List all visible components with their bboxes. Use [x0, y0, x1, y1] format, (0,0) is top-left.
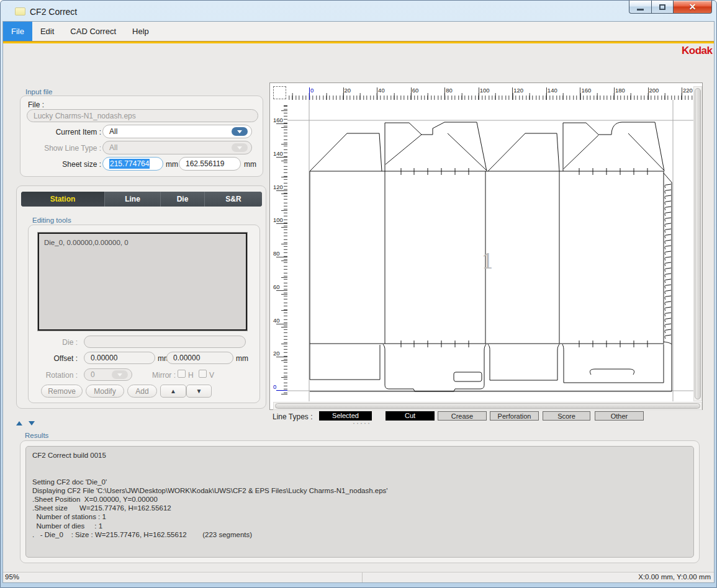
tab-station[interactable]: Station [21, 192, 105, 207]
hruler-label: 160 [581, 87, 591, 94]
app-body: FileEditCAD CorrectHelp Kodak Input file… [2, 21, 715, 583]
cad-viewer-panel: 020406080100120140160180200220 160140120… [269, 82, 703, 410]
rotation-dropdown[interactable]: 0 [84, 368, 132, 381]
close-button[interactable]: ✕ [673, 1, 712, 14]
hruler-label: 80 [446, 87, 453, 94]
title-bar[interactable]: CF2 Correct ✕ [1, 1, 716, 21]
results-group: CF2 Correct build 0015 Setting CF2 doc '… [20, 440, 700, 563]
vruler-tick [276, 390, 287, 391]
results-section-label: Results [25, 432, 48, 439]
hruler-label: 100 [480, 87, 490, 94]
vruler-label: 0 [273, 383, 276, 390]
chevron-down-icon[interactable] [232, 127, 248, 136]
mirror-label: Mirror : [152, 371, 176, 380]
line-type-perforation[interactable]: Perforation [490, 411, 539, 421]
hruler-label: 0 [310, 87, 313, 94]
line-type-crease[interactable]: Crease [438, 411, 487, 421]
modify-button[interactable]: Modify [86, 385, 124, 398]
tab-line[interactable]: Line [105, 192, 161, 207]
show-line-type-value: All [109, 143, 117, 152]
hruler-tick [377, 87, 377, 100]
app-window: CF2 Correct ✕ FileEditCAD CorrectHelp Ko… [0, 0, 717, 588]
station-listbox[interactable]: Die_0, 0.00000,0.00000, 0 [38, 233, 247, 331]
offset-y-field[interactable]: 0.00000 [166, 352, 233, 364]
hruler-label: 220 [683, 87, 693, 94]
die-drawing-canvas[interactable]: 1 [287, 100, 693, 401]
vruler-tick [276, 324, 287, 324]
editing-tools-section-label: Editing tools [32, 216, 71, 224]
tab-s-r[interactable]: S&R [205, 192, 262, 207]
horizontal-scrollbar-thumb[interactable] [275, 403, 700, 409]
horizontal-ruler: 020406080100120140160180200220 [287, 86, 693, 100]
menu-item-cad-correct[interactable]: CAD Correct [62, 22, 124, 41]
minimize-button[interactable] [629, 1, 652, 14]
vruler-tick [276, 190, 287, 191]
menu-item-help[interactable]: Help [124, 22, 157, 41]
sheet-width-unit: mm [166, 160, 178, 169]
vruler-label: 80 [273, 250, 280, 257]
vruler-tick [276, 357, 287, 357]
results-log-text: CF2 Correct build 0015 Setting CF2 doc '… [26, 447, 693, 543]
hruler-label: 140 [548, 87, 557, 94]
add-button[interactable]: Add [127, 385, 157, 398]
current-item-dropdown[interactable]: All [102, 125, 252, 138]
mirror-v-checkbox[interactable] [199, 370, 207, 378]
vruler-tick [276, 157, 287, 158]
hruler-label: 180 [615, 87, 625, 94]
collapse-up-icon[interactable] [16, 421, 22, 425]
hruler-label: 40 [378, 87, 385, 94]
menu-bar: FileEditCAD CorrectHelp [3, 22, 714, 41]
kodak-logo: Kodak [682, 45, 712, 57]
sheet-width-field[interactable]: 215.774764 [102, 157, 163, 171]
vruler-tick [276, 257, 287, 257]
main-area: Kodak Input file File : Lucky Charms-N1_… [3, 43, 714, 572]
input-file-section-label: Input file [25, 88, 52, 96]
tool-tabs: StationLineDieS&R [21, 192, 262, 207]
mirror-h-label: H [188, 371, 194, 380]
remove-button[interactable]: Remove [41, 385, 83, 398]
move-up-button[interactable]: ▲ [160, 385, 186, 398]
show-line-type-label: Show Line Type : [33, 144, 101, 153]
results-log[interactable]: CF2 Correct build 0015 Setting CF2 doc '… [25, 446, 694, 558]
vertical-ruler: 160140120100806040200 [273, 100, 287, 401]
file-name-value: Lucky Charms-N1_nodash.eps [34, 112, 136, 120]
menu-item-edit[interactable]: Edit [32, 22, 62, 41]
menu-item-file[interactable]: File [3, 22, 32, 41]
vruler-label: 140 [273, 150, 283, 157]
current-item-value: All [109, 127, 117, 136]
file-name-field[interactable]: Lucky Charms-N1_nodash.eps [27, 109, 258, 122]
offset-x-field[interactable]: 0.00000 [84, 352, 155, 364]
editing-tools-group: Die_0, 0.00000,0.00000, 0 Die : Offset :… [28, 225, 260, 403]
offset-x-value: 0.00000 [91, 354, 117, 362]
sheet-height-value: 162.556119 [186, 159, 225, 168]
line-type-cut[interactable]: Cut [386, 411, 435, 421]
show-line-type-dropdown[interactable]: All [102, 141, 252, 154]
zoom-level: 95% [3, 572, 362, 582]
station-number-label: 1 [481, 249, 495, 274]
hruler-tick [546, 87, 547, 100]
maximize-button[interactable] [651, 1, 674, 14]
window-title: CF2 Correct [30, 7, 77, 17]
ruler-corner-box [273, 86, 286, 99]
list-item[interactable]: Die_0, 0.00000,0.00000, 0 [39, 234, 246, 246]
die-line-drawing: 1 [287, 100, 693, 401]
arrow-up-icon: ▲ [170, 388, 176, 394]
horizontal-scrollbar[interactable] [273, 402, 702, 410]
mirror-h-checkbox[interactable] [178, 370, 186, 378]
line-type-other[interactable]: Other [595, 411, 644, 421]
vruler-label: 160 [273, 117, 283, 123]
vertical-scrollbar-thumb[interactable] [695, 88, 701, 399]
die-field[interactable] [84, 336, 246, 348]
move-down-button[interactable]: ▼ [186, 385, 212, 398]
hruler-tick [614, 87, 615, 100]
vertical-scrollbar[interactable] [693, 86, 702, 401]
offset-label: Offset : [29, 354, 78, 363]
chevron-down-icon [232, 143, 248, 152]
arrow-down-icon: ▼ [196, 388, 202, 394]
sheet-width-value: 215.774764 [109, 159, 150, 169]
tab-die[interactable]: Die [161, 192, 205, 207]
line-type-score[interactable]: Score [543, 411, 590, 421]
sheet-height-field[interactable]: 162.556119 [179, 157, 241, 171]
collapse-down-icon[interactable] [29, 421, 35, 425]
hruler-tick [479, 87, 479, 100]
